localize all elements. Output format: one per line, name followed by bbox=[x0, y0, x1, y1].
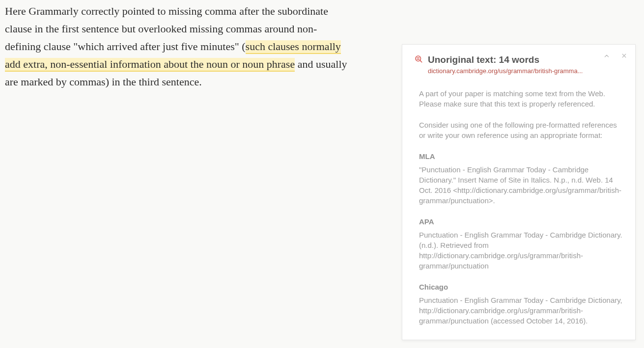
panel-body: A part of your paper is matching some te… bbox=[402, 88, 635, 326]
panel-header: Unoriginal text: 14 words dictionary.cam… bbox=[402, 45, 635, 78]
close-icon[interactable] bbox=[621, 53, 627, 60]
document-text: Here Grammarly correctly pointed to miss… bbox=[5, 2, 349, 91]
reference-text: Punctuation - English Grammar Today - Ca… bbox=[419, 230, 623, 271]
panel-note-2: Consider using one of the following pre-… bbox=[419, 120, 623, 140]
svg-line-3 bbox=[420, 60, 422, 62]
reference-label: APA bbox=[419, 216, 623, 227]
panel-note-1: A part of your paper is matching some te… bbox=[419, 88, 623, 109]
panel-title-row: Unoriginal text: 14 words bbox=[414, 54, 623, 65]
panel-controls bbox=[603, 53, 627, 60]
reference-label: Chicago bbox=[419, 282, 623, 292]
plagiarism-panel: Unoriginal text: 14 words dictionary.cam… bbox=[402, 44, 636, 340]
panel-source-link[interactable]: dictionary.cambridge.org/us/grammar/brit… bbox=[428, 67, 623, 75]
document-paragraph: Here Grammarly correctly pointed to miss… bbox=[5, 2, 349, 91]
panel-title: Unoriginal text: 14 words bbox=[428, 54, 539, 65]
collapse-icon[interactable] bbox=[603, 53, 610, 60]
plagiarism-icon bbox=[414, 54, 423, 65]
reference-label: MLA bbox=[419, 151, 623, 161]
reference-text: "Punctuation - English Grammar Today - C… bbox=[419, 164, 623, 206]
reference-text: Punctuation - English Grammar Today - Ca… bbox=[419, 295, 623, 326]
